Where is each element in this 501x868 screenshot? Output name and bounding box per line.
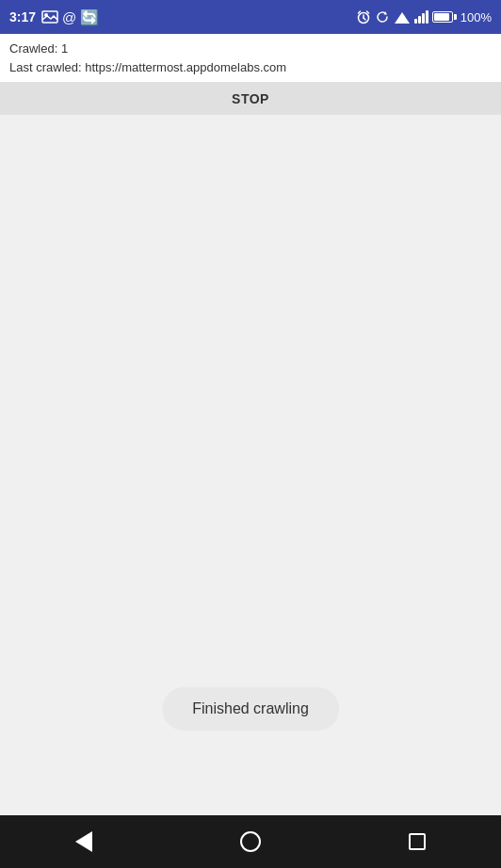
svg-line-5 bbox=[358, 11, 360, 13]
signal-icon bbox=[414, 10, 428, 24]
battery-percent: 100% bbox=[461, 10, 492, 24]
svg-marker-7 bbox=[395, 12, 410, 24]
finished-crawling-badge: Finished crawling bbox=[162, 687, 339, 731]
app-content: Crawled: 1 Last crawled: https://matterm… bbox=[0, 34, 501, 815]
crawled-count: Crawled: 1 bbox=[9, 40, 492, 58]
alarm-icon bbox=[356, 9, 371, 24]
wifi-icon bbox=[394, 10, 411, 24]
battery-icon bbox=[432, 11, 457, 23]
status-bar: 3:17 @ 🔄 bbox=[0, 0, 501, 34]
home-button[interactable] bbox=[222, 823, 279, 860]
status-time: 3:17 bbox=[9, 9, 36, 24]
recents-button[interactable] bbox=[389, 823, 445, 860]
status-right: 100% bbox=[356, 9, 492, 24]
refresh-icon bbox=[375, 9, 390, 24]
content-area: Finished crawling bbox=[0, 115, 501, 815]
recents-icon bbox=[409, 833, 426, 850]
home-icon bbox=[240, 831, 261, 852]
gallery-icon bbox=[41, 10, 58, 24]
crawl-info: Crawled: 1 Last crawled: https://matterm… bbox=[0, 34, 501, 83]
loading-icon: 🔄 bbox=[80, 8, 99, 26]
stop-button-bar[interactable]: STOP bbox=[0, 83, 501, 115]
nav-bar bbox=[0, 815, 501, 868]
status-left: 3:17 @ 🔄 bbox=[9, 8, 99, 26]
back-button[interactable] bbox=[56, 823, 112, 860]
stop-button[interactable]: STOP bbox=[0, 91, 501, 106]
at-icon: @ bbox=[62, 9, 76, 25]
status-icons: @ 🔄 bbox=[41, 8, 99, 26]
svg-line-4 bbox=[364, 18, 365, 20]
last-crawled: Last crawled: https://mattermost.appdome… bbox=[9, 58, 492, 77]
back-icon bbox=[75, 831, 92, 852]
svg-line-6 bbox=[366, 11, 368, 13]
